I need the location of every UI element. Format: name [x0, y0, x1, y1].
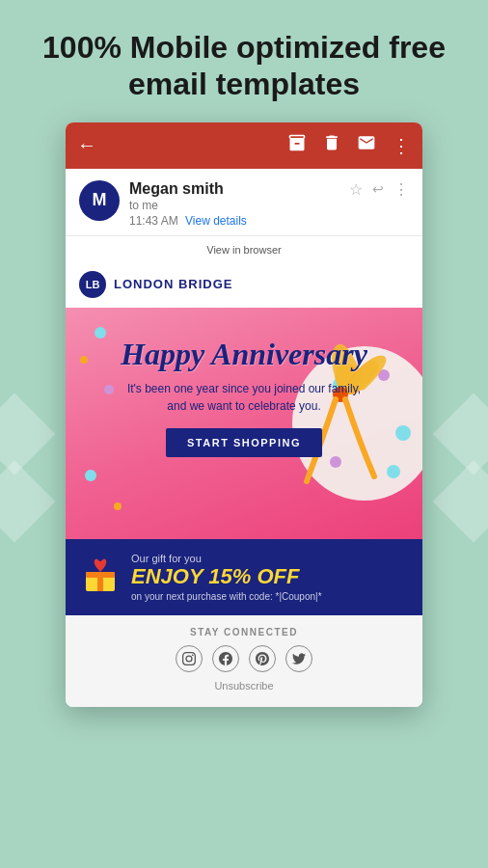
social-icons [77, 645, 411, 672]
view-details-link[interactable]: View details [185, 214, 247, 228]
svg-point-4 [330, 456, 341, 468]
archive-icon[interactable] [287, 133, 307, 157]
unsubscribe-link[interactable]: Unsubscribe [77, 680, 411, 695]
bg-diamond [0, 461, 55, 543]
svg-point-10 [97, 561, 103, 567]
svg-rect-9 [97, 572, 103, 591]
back-button[interactable]: ← [77, 134, 96, 156]
reply-button[interactable]: ↩ [372, 181, 384, 197]
gift-icon [81, 555, 120, 600]
sender-avatar: M [79, 180, 120, 221]
email-time: 11:43 AM View details [129, 214, 339, 228]
brand-name: LONDON BRIDGE [114, 277, 233, 291]
instagram-icon[interactable] [176, 645, 203, 672]
twitter-icon[interactable] [285, 645, 312, 672]
gmail-toolbar: ← ⋮ [66, 122, 422, 169]
offer-text: Our gift for you ENJOY 15% OFF on your n… [131, 553, 322, 602]
svg-point-3 [395, 425, 411, 441]
mail-icon[interactable] [357, 133, 376, 157]
email-body: View in browser LB LONDON BRIDGE [66, 236, 422, 707]
facebook-icon[interactable] [212, 645, 239, 672]
brand-header: LB LONDON BRIDGE [66, 263, 422, 308]
bg-diamond [433, 461, 488, 543]
brand-logo: LB [79, 271, 106, 298]
anniversary-title: Happy Anniversary [85, 337, 403, 372]
page-headline: 100% Mobile optimized free email templat… [0, 0, 488, 122]
confetti-dot [114, 502, 122, 510]
social-footer: STAY CONNECTED Unsubscribe [66, 615, 422, 707]
view-in-browser-link[interactable]: View in browser [66, 236, 422, 263]
stay-connected-label: STAY CONNECTED [77, 627, 411, 637]
offer-subtitle: on your next purchase with code: *|Coupo… [131, 591, 322, 602]
start-shopping-button[interactable]: START SHOPPING [166, 428, 322, 457]
bg-diamond [433, 393, 488, 475]
email-meta: Megan smith to me 11:43 AM View details [129, 180, 339, 228]
offer-discount: ENJOY 15% OFF [131, 564, 322, 589]
more-options-button[interactable]: ⋮ [393, 180, 409, 199]
pinterest-icon[interactable] [249, 645, 276, 672]
phone-frame: ← ⋮ M Megan smith to me 11:43 AM View de… [66, 122, 422, 707]
offer-section: Our gift for you ENJOY 15% OFF on your n… [66, 539, 422, 615]
delete-icon[interactable] [322, 133, 341, 157]
sender-name: Megan smith [129, 180, 339, 198]
offer-title: Our gift for you [131, 553, 322, 564]
email-actions: ☆ ↩ ⋮ [349, 180, 409, 199]
anniversary-banner: Happy Anniversary It's been one year sin… [66, 308, 422, 539]
more-vert-icon[interactable]: ⋮ [392, 134, 411, 157]
bg-diamond [0, 393, 55, 475]
email-to: to me [129, 199, 339, 212]
svg-point-5 [387, 465, 400, 478]
email-header: M Megan smith to me 11:43 AM View detail… [66, 169, 422, 236]
anniversary-subtitle: It's been one year since you joined our … [85, 380, 403, 415]
confetti-dot [85, 470, 96, 481]
star-button[interactable]: ☆ [349, 180, 363, 199]
